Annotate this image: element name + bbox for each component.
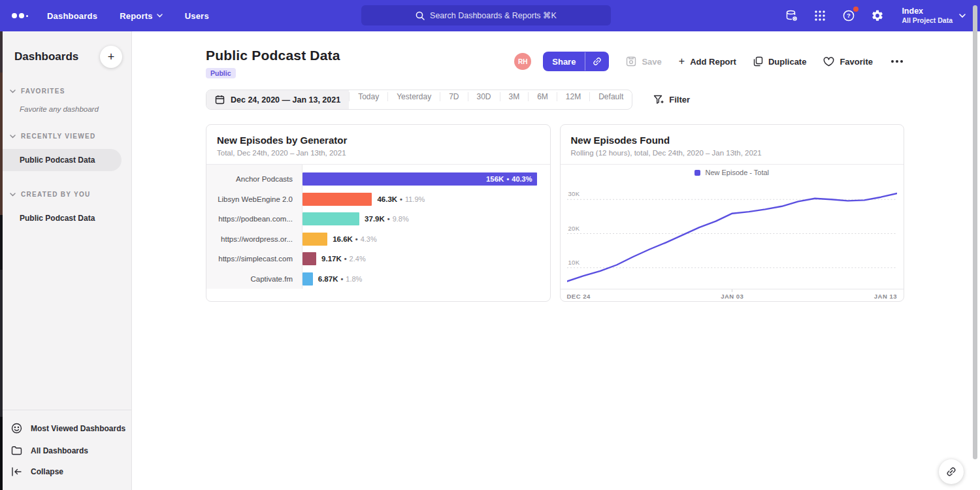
- apps-grid-icon[interactable]: [813, 8, 827, 23]
- data-sources-icon[interactable]: [784, 8, 798, 23]
- avatar[interactable]: RH: [514, 53, 531, 70]
- filter-button[interactable]: Filter: [653, 95, 690, 105]
- date-preset-6m[interactable]: 6M: [528, 92, 557, 101]
- x-tick: JAN 03: [721, 293, 743, 300]
- calendar-icon: [215, 95, 225, 105]
- card-subtitle: Total, Dec 24th, 2020 – Jan 13th, 2021: [217, 149, 540, 157]
- smiley-icon: [11, 423, 22, 434]
- project-subtitle: All Project Data: [902, 16, 953, 25]
- share-link-icon[interactable]: [585, 52, 609, 71]
- line-chart-plot: 10K20K30K: [567, 179, 898, 288]
- link-icon: [943, 463, 959, 480]
- bar-value-label: 46.3K•11.9%: [377, 195, 425, 203]
- chevron-down-icon: [10, 193, 16, 197]
- card-new-episodes-found: New Episodes Found Rolling (12 hours), t…: [560, 124, 905, 302]
- most-viewed-dashboards-link[interactable]: Most Viewed Dashboards: [0, 417, 131, 440]
- bar-fill: 156K•40.3%: [302, 172, 537, 186]
- chevron-down-icon: [10, 135, 16, 139]
- bar-row[interactable]: 37.9K•9.8%: [302, 209, 537, 229]
- heart-icon: [823, 57, 834, 67]
- bar-fill: [302, 193, 372, 206]
- more-actions-button[interactable]: [890, 57, 904, 65]
- card-title: New Episodes Found: [571, 135, 894, 146]
- bar-row[interactable]: 16.6K•4.3%: [302, 229, 537, 250]
- visibility-badge: Public: [206, 68, 236, 78]
- section-favorites[interactable]: FAVORITES: [0, 88, 131, 95]
- bar-value-label: 37.9K•9.8%: [365, 215, 409, 223]
- add-report-button[interactable]: + Add Report: [679, 56, 736, 67]
- date-preset-yesterday[interactable]: Yesterday: [387, 92, 440, 101]
- search-input[interactable]: Search Dashboards & Reports ⌘K: [361, 5, 611, 25]
- search-placeholder: Search Dashboards & Reports ⌘K: [430, 10, 557, 20]
- bar-value-label: 9.17K•2.4%: [321, 255, 366, 263]
- bar-row[interactable]: 6.87K•1.8%: [302, 269, 537, 289]
- chart-legend: New Episode - Total: [561, 166, 904, 179]
- duplicate-button[interactable]: Duplicate: [753, 56, 807, 67]
- duplicate-icon: [753, 56, 763, 67]
- left-sidebar: Dashboards + FAVORITES Favorite any dash…: [0, 31, 132, 490]
- app-logo[interactable]: [4, 13, 35, 18]
- copy-link-fab[interactable]: [939, 459, 964, 484]
- bar-category-label: https://podbean.com...: [206, 209, 302, 229]
- date-range-control: Dec 24, 2020 — Jan 13, 2021 TodayYesterd…: [206, 90, 632, 110]
- section-recently-viewed[interactable]: RECENTLY VIEWED: [0, 133, 131, 140]
- bar-category-label: Libsyn WebEngine 2.0: [206, 189, 302, 210]
- nav-item-users[interactable]: Users: [185, 11, 209, 21]
- top-navbar: Dashboards Reports Users Search Dashboar…: [0, 0, 980, 31]
- help-icon[interactable]: ?: [841, 8, 856, 23]
- bar-fill: [302, 272, 313, 286]
- collapse-icon: [11, 467, 22, 476]
- chevron-down-icon: [10, 90, 16, 93]
- chevron-down-icon: [959, 14, 966, 18]
- bar-value-label: 156K•40.3%: [486, 175, 532, 183]
- page-scrollbar[interactable]: [973, 5, 977, 459]
- chevron-down-icon: [157, 14, 163, 18]
- bar-category-label: https://wordpress.or...: [206, 229, 302, 250]
- nav-item-reports[interactable]: Reports: [120, 11, 163, 21]
- line-chart-svg: [567, 179, 898, 288]
- date-preset-30d[interactable]: 30D: [468, 92, 500, 101]
- main-content: Public Podcast Data Public RH Share Save: [132, 31, 980, 490]
- all-dashboards-link[interactable]: All Dashboards: [0, 440, 131, 461]
- date-preset-default[interactable]: Default: [589, 92, 632, 101]
- window-edge-strip: [0, 31, 3, 490]
- bar-category-label: Anchor Podcasts: [206, 169, 302, 189]
- collapse-sidebar-button[interactable]: Collapse: [0, 461, 131, 482]
- funnel-plus-icon: [653, 95, 664, 105]
- settings-gear-icon[interactable]: [870, 8, 885, 23]
- page-title: Public Podcast Data: [206, 48, 340, 63]
- sidebar-item-recent-dashboard[interactable]: Public Podcast Data: [0, 149, 122, 171]
- date-preset-today[interactable]: Today: [349, 92, 387, 101]
- legend-swatch: [694, 170, 700, 176]
- date-preset-3m[interactable]: 3M: [500, 92, 529, 101]
- date-preset-7d[interactable]: 7D: [440, 92, 467, 101]
- save-icon: [626, 56, 636, 67]
- bar-row[interactable]: 156K•40.3%: [302, 169, 537, 189]
- save-button[interactable]: Save: [626, 56, 661, 67]
- favorites-empty-note: Favorite any dashboard: [0, 95, 131, 113]
- date-range-picker[interactable]: Dec 24, 2020 — Jan 13, 2021: [206, 90, 349, 109]
- section-created-by-you[interactable]: CREATED BY YOU: [0, 191, 131, 198]
- project-switcher[interactable]: Index All Project Data: [902, 7, 966, 25]
- nav-item-dashboards[interactable]: Dashboards: [47, 11, 97, 21]
- bar-fill: [302, 212, 359, 225]
- card-new-episodes-by-generator: New Episodes by Generator Total, Dec 24t…: [206, 124, 551, 302]
- notification-badge: [853, 7, 858, 12]
- x-tick: JAN 13: [874, 293, 897, 300]
- date-preset-group: TodayYesterday7D30D3M6M12MDefault: [349, 90, 632, 109]
- sidebar-item-created-dashboard[interactable]: Public Podcast Data: [0, 207, 131, 229]
- primary-nav: Dashboards Reports Users: [47, 11, 209, 21]
- bar-category-label: https://simplecast.com: [206, 249, 302, 269]
- y-tick: 20K: [568, 225, 580, 232]
- bar-row[interactable]: 9.17K•2.4%: [302, 249, 537, 269]
- plus-icon: +: [679, 56, 685, 67]
- bar-value-label: 6.87K•1.8%: [318, 275, 363, 283]
- bar-row[interactable]: 46.3K•11.9%: [302, 189, 537, 210]
- share-button[interactable]: Share: [543, 52, 609, 71]
- favorite-button[interactable]: Favorite: [823, 57, 873, 67]
- card-subtitle: Rolling (12 hours), total, Dec 24th, 202…: [571, 149, 894, 157]
- bar-category-label: Captivate.fm: [206, 269, 302, 289]
- date-preset-12m[interactable]: 12M: [557, 92, 589, 101]
- bar-track-column: 156K•40.3%46.3K•11.9%37.9K•9.8%16.6K•4.3…: [302, 165, 550, 294]
- add-dashboard-button[interactable]: +: [100, 46, 122, 68]
